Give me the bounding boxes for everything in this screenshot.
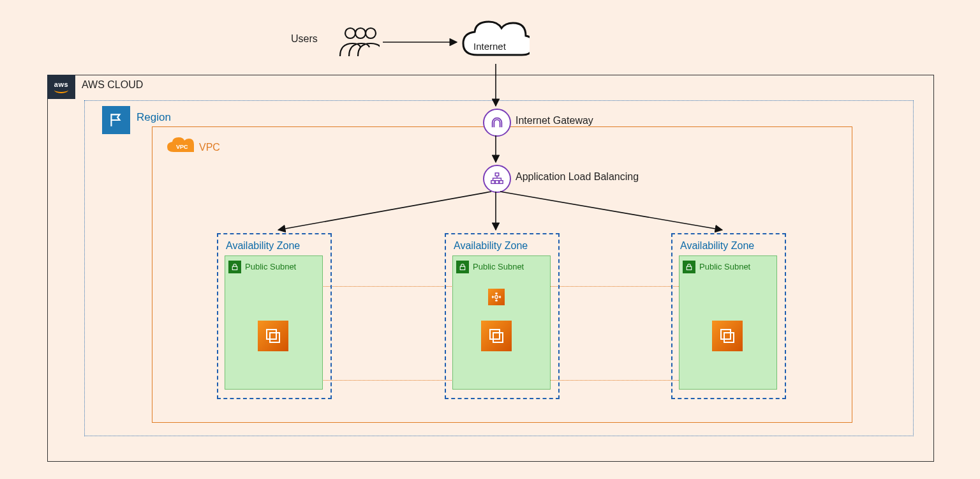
az3-label: Availability Zone xyxy=(680,240,754,252)
users-icon xyxy=(335,24,380,60)
svg-rect-4 xyxy=(495,173,499,176)
ec2-instance-1-icon xyxy=(258,321,288,351)
internet-cloud-icon: Internet xyxy=(459,18,530,64)
az1-label: Availability Zone xyxy=(226,240,300,252)
subnet-1-lock-icon xyxy=(228,261,241,273)
auto-scaling-icon xyxy=(488,289,505,305)
svg-point-2 xyxy=(366,28,376,38)
alb-label: Application Load Balancing xyxy=(516,171,639,183)
aws-cloud-label: AWS CLOUD xyxy=(82,79,143,91)
region-flag-icon xyxy=(102,106,130,134)
ec2-instance-3-icon xyxy=(712,321,743,351)
region-label: Region xyxy=(137,111,171,124)
aws-logo-icon: aws xyxy=(47,75,75,99)
igw-label: Internet Gateway xyxy=(516,115,593,126)
az2-label: Availability Zone xyxy=(454,240,528,252)
subnet-2-label: Public Subnet xyxy=(473,262,524,271)
svg-point-12 xyxy=(495,296,498,299)
svg-rect-15 xyxy=(687,266,692,270)
vpc-label: VPC xyxy=(199,142,220,153)
svg-rect-13 xyxy=(490,330,500,339)
subnet-3-label: Public Subnet xyxy=(699,262,750,271)
svg-rect-7 xyxy=(500,181,503,184)
subnet-2-lock-icon xyxy=(456,261,469,273)
svg-point-1 xyxy=(355,28,366,38)
internet-gateway-icon xyxy=(483,109,511,137)
svg-text:VPC: VPC xyxy=(176,144,188,150)
alb-icon xyxy=(483,165,511,193)
diagram-canvas: Users Internet aws AWS CLOUD Region VPC … xyxy=(0,0,980,479)
svg-rect-10 xyxy=(270,333,279,342)
svg-rect-5 xyxy=(491,181,495,184)
subnet-1-label: Public Subnet xyxy=(245,262,296,271)
svg-rect-9 xyxy=(267,330,276,339)
svg-rect-14 xyxy=(493,333,503,342)
svg-rect-6 xyxy=(495,181,499,184)
svg-rect-17 xyxy=(724,333,734,342)
svg-rect-8 xyxy=(232,266,237,270)
vpc-icon: VPC xyxy=(166,137,194,156)
users-label: Users xyxy=(291,33,318,45)
svg-rect-16 xyxy=(721,330,731,339)
svg-point-0 xyxy=(345,28,355,38)
ec2-instance-2-icon xyxy=(481,321,512,351)
subnet-3-lock-icon xyxy=(683,261,695,273)
internet-label: Internet xyxy=(473,41,506,52)
svg-rect-11 xyxy=(460,266,465,270)
